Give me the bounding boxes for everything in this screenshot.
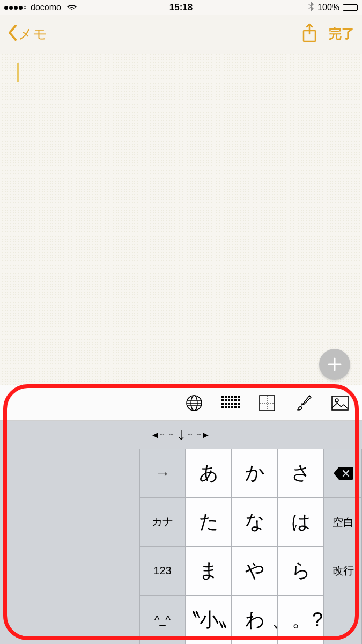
- status-right: 100%: [308, 2, 358, 13]
- share-button[interactable]: [302, 23, 317, 45]
- share-icon: [302, 23, 317, 42]
- key-kana[interactable]: カナ: [139, 497, 186, 546]
- svg-rect-13: [234, 399, 237, 401]
- svg-rect-4: [225, 396, 227, 398]
- svg-rect-14: [238, 399, 240, 401]
- key-ya[interactable]: や: [232, 546, 278, 595]
- svg-rect-11: [228, 399, 230, 401]
- wifi-icon: [67, 3, 77, 12]
- svg-rect-19: [234, 402, 237, 405]
- key-row-3: 123 ま や ら 改行: [0, 546, 362, 595]
- svg-rect-23: [228, 406, 230, 408]
- back-label: メモ: [18, 25, 47, 43]
- key-row-4: ^_^ 〝小〟 わ 、。?!: [0, 595, 362, 644]
- key-123[interactable]: 123: [139, 546, 186, 595]
- arrow-right-icon: →: [154, 464, 171, 482]
- key-ta[interactable]: た: [186, 497, 232, 546]
- status-time: 15:18: [169, 2, 193, 13]
- key-row-1: → あ か さ: [0, 449, 362, 497]
- key-a[interactable]: あ: [186, 449, 232, 497]
- backspace-icon: [333, 466, 354, 481]
- svg-rect-12: [231, 399, 233, 401]
- brush-icon[interactable]: [294, 394, 313, 412]
- key-row-2: カナ た な は 空白: [0, 497, 362, 546]
- key-grid: → あ か さ カナ た な は 空白 123 ま や ら 改行: [0, 449, 362, 644]
- key-ma[interactable]: ま: [186, 546, 232, 595]
- bluetooth-icon: [308, 2, 314, 13]
- svg-rect-6: [231, 396, 233, 398]
- keyboard-hint-row[interactable]: ◀┄┄ ┄┄▶: [0, 421, 362, 449]
- svg-rect-5: [228, 396, 230, 398]
- status-left: docomo: [4, 3, 77, 12]
- key-ka[interactable]: か: [232, 449, 278, 497]
- key-sa[interactable]: さ: [278, 449, 324, 497]
- svg-rect-17: [228, 402, 230, 405]
- key-return[interactable]: 改行: [324, 546, 362, 595]
- svg-rect-25: [234, 406, 237, 408]
- svg-rect-15: [221, 402, 224, 405]
- svg-rect-18: [231, 402, 233, 405]
- done-button[interactable]: 完了: [329, 25, 354, 42]
- key-na[interactable]: な: [232, 497, 278, 546]
- globe-icon[interactable]: [185, 394, 203, 412]
- cursor-move-hint-icon: ◀┄┄ ┄┄▶: [152, 429, 210, 440]
- carrier-label: docomo: [31, 3, 61, 12]
- key-space[interactable]: 空白: [324, 497, 362, 546]
- add-button[interactable]: [319, 349, 350, 380]
- key-small[interactable]: 〝小〟: [186, 595, 232, 644]
- svg-rect-16: [225, 402, 227, 405]
- key-return-lower[interactable]: [324, 595, 362, 644]
- status-bar: docomo 15:18 100%: [0, 0, 362, 15]
- svg-point-29: [335, 399, 338, 402]
- key-punct[interactable]: 、。?!: [278, 595, 324, 644]
- svg-rect-7: [234, 396, 237, 398]
- svg-rect-9: [221, 399, 224, 401]
- grid-icon[interactable]: [221, 394, 240, 412]
- signal-dots: [4, 6, 26, 10]
- svg-rect-28: [332, 396, 348, 410]
- nav-bar: メモ 完了: [0, 15, 362, 53]
- key-ha[interactable]: は: [278, 497, 324, 546]
- svg-rect-21: [221, 406, 224, 408]
- svg-rect-20: [238, 402, 240, 405]
- chevron-left-icon: [8, 25, 17, 43]
- svg-rect-8: [238, 396, 240, 398]
- battery-icon: [343, 4, 358, 11]
- candidate-area[interactable]: [0, 449, 139, 497]
- key-backspace[interactable]: [324, 449, 362, 497]
- text-cursor: [17, 63, 19, 82]
- key-emoji[interactable]: ^_^: [139, 595, 186, 644]
- key-ra[interactable]: ら: [278, 546, 324, 595]
- key-next-candidate[interactable]: →: [139, 449, 186, 497]
- plus-icon: [327, 356, 343, 372]
- keyboard: ◀┄┄ ┄┄▶ → あ か さ カナ た な は 空白: [0, 385, 362, 644]
- image-icon[interactable]: [331, 394, 349, 412]
- layout-icon[interactable]: [258, 394, 276, 412]
- svg-rect-22: [225, 406, 227, 408]
- battery-pct: 100%: [317, 3, 339, 12]
- svg-rect-24: [231, 406, 233, 408]
- svg-rect-26: [238, 406, 240, 408]
- note-editor[interactable]: [0, 54, 362, 385]
- keyboard-toolbar: [0, 385, 362, 421]
- svg-rect-3: [221, 396, 224, 398]
- svg-rect-10: [225, 399, 227, 401]
- back-button[interactable]: メモ: [8, 25, 47, 43]
